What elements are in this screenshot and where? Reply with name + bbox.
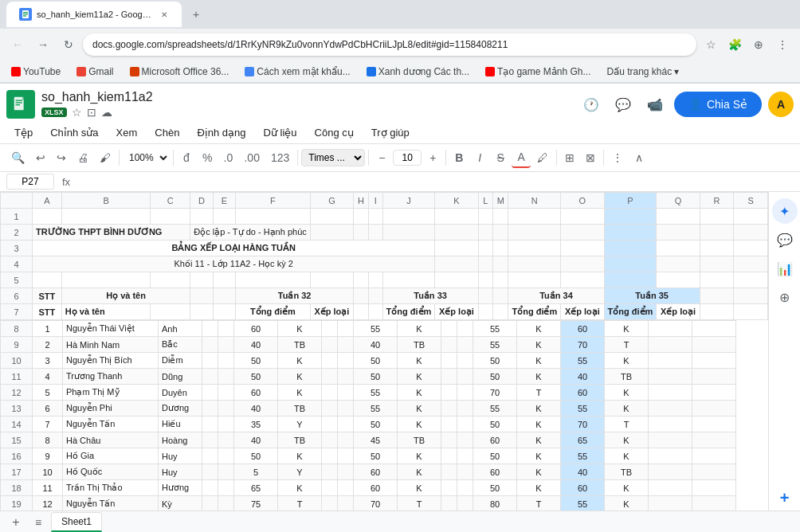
cell-s13[interactable] xyxy=(692,401,736,417)
cell-t33d-14[interactable]: 50 xyxy=(354,417,398,432)
cell-t32x-9[interactable]: TB xyxy=(278,337,322,353)
cell-ten-13[interactable]: Dương xyxy=(159,401,202,417)
avatar[interactable]: A xyxy=(768,92,794,117)
cloud-icon[interactable]: ☁ xyxy=(101,106,112,119)
cell-r16[interactable] xyxy=(649,448,692,464)
bookmark-dautrang[interactable]: Dấu trang khác ▾ xyxy=(602,65,684,79)
search-btn[interactable]: 🔍 xyxy=(6,147,29,168)
cell-t32x-17[interactable]: Y xyxy=(278,464,322,480)
sidebar-plus-btn[interactable]: + xyxy=(772,485,798,510)
cell-m5[interactable] xyxy=(493,272,508,288)
cell-r11[interactable] xyxy=(649,369,692,385)
cell-e15[interactable] xyxy=(218,432,234,448)
cell-e1[interactable] xyxy=(213,209,235,225)
history-btn[interactable]: 🕐 xyxy=(578,92,604,117)
cell-o2[interactable] xyxy=(561,225,604,241)
cell-h13[interactable] xyxy=(322,401,338,417)
cell-s16[interactable] xyxy=(692,448,736,464)
col-header-s[interactable]: S xyxy=(734,193,768,209)
format-btn[interactable]: 123 xyxy=(266,147,294,168)
menu-xem[interactable]: Xem xyxy=(108,123,146,142)
col-t34x[interactable]: Xếp loại xyxy=(561,304,604,320)
cell-n4[interactable] xyxy=(508,256,561,272)
cell-ho-10[interactable]: Nguyễn Thị Bích xyxy=(63,353,159,369)
cell-h14[interactable] xyxy=(322,417,338,432)
paintformat-btn[interactable]: 🖌 xyxy=(95,147,116,168)
cell-ten-17[interactable]: Huy xyxy=(159,464,202,480)
cell-e12[interactable] xyxy=(218,385,234,401)
cell-t32x-14[interactable]: Y xyxy=(278,417,322,432)
cell-t34d-11[interactable]: 50 xyxy=(473,369,517,385)
cell-t32x-8[interactable]: K xyxy=(278,321,322,337)
cell-l18[interactable] xyxy=(441,480,457,496)
col-header-b[interactable]: B xyxy=(61,193,151,209)
cell-t34x-16[interactable]: K xyxy=(517,448,561,464)
cell-l11[interactable] xyxy=(441,369,457,385)
cell-o1[interactable] xyxy=(561,209,604,225)
cell-t32x-19[interactable]: T xyxy=(278,496,322,511)
cell-e5[interactable] xyxy=(213,272,235,288)
cell-t34d-14[interactable]: 50 xyxy=(473,417,517,432)
url-bar[interactable] xyxy=(83,33,696,56)
cell-ho-18[interactable]: Trần Thị Thảo xyxy=(63,480,159,496)
cell-t34x-12[interactable]: T xyxy=(517,385,561,401)
sidebar-explore-btn[interactable]: ✦ xyxy=(772,198,798,224)
cell-h15[interactable] xyxy=(322,432,338,448)
cell-t33x-17[interactable]: K xyxy=(398,464,441,480)
cell-p4[interactable] xyxy=(604,256,657,272)
sidebar-filter-btn[interactable]: ⊕ xyxy=(772,284,798,310)
cell-t34d-16[interactable]: 50 xyxy=(473,448,517,464)
cell-t33d-12[interactable]: 55 xyxy=(354,385,398,401)
col-c7[interactable] xyxy=(151,304,190,320)
redo-btn[interactable]: ↪ xyxy=(52,147,71,168)
cell-t33d-18[interactable]: 60 xyxy=(354,480,398,496)
sheet-tab-1[interactable]: Sheet1 xyxy=(51,512,102,532)
cell-l5[interactable] xyxy=(478,272,492,288)
cell-e16[interactable] xyxy=(218,448,234,464)
cell-t35x-9[interactable]: T xyxy=(605,337,649,353)
cell-l15[interactable] xyxy=(441,432,457,448)
cell-ten-16[interactable]: Huy xyxy=(159,448,202,464)
cell-t32x-15[interactable]: TB xyxy=(278,432,322,448)
cell-k5[interactable] xyxy=(435,272,478,288)
cell-t33x-12[interactable]: K xyxy=(398,385,441,401)
menu-dulieu[interactable]: Dữ liệu xyxy=(256,123,305,142)
cell-d6[interactable] xyxy=(190,288,213,304)
cell-t33d-9[interactable]: 40 xyxy=(354,337,398,353)
cell-ho-19[interactable]: Nguyễn Tấn xyxy=(63,496,159,511)
cell-m4[interactable] xyxy=(493,256,508,272)
merge-btn[interactable]: ⊠ xyxy=(581,147,600,168)
cell-e6[interactable] xyxy=(213,288,235,304)
decrease-dec-btn[interactable]: .0 xyxy=(218,147,237,168)
cell-t33d-8[interactable]: 55 xyxy=(354,321,398,337)
cell-ten-15[interactable]: Hoàng xyxy=(159,432,202,448)
cell-s2[interactable] xyxy=(734,225,768,241)
cell-t34d-10[interactable]: 50 xyxy=(473,353,517,369)
cell-r10[interactable] xyxy=(649,353,692,369)
cell-s19[interactable] xyxy=(692,496,736,511)
cell-s12[interactable] xyxy=(692,385,736,401)
cell-t34x-14[interactable]: K xyxy=(517,417,561,432)
col-header-i[interactable]: I xyxy=(369,193,382,209)
cell-q3[interactable] xyxy=(657,241,700,256)
cell-t35d-16[interactable]: 55 xyxy=(561,448,605,464)
cell-l19[interactable] xyxy=(441,496,457,511)
cell-l12[interactable] xyxy=(441,385,457,401)
cell-s14[interactable] xyxy=(692,417,736,432)
cell-m10[interactable] xyxy=(457,353,473,369)
cell-s17[interactable] xyxy=(692,464,736,480)
cell-i11[interactable] xyxy=(338,369,354,385)
col-hoten[interactable]: Họ và tên xyxy=(61,304,151,320)
strikethrough-btn[interactable]: S xyxy=(491,147,510,168)
cell-m12[interactable] xyxy=(457,385,473,401)
col-t34d[interactable]: Tổng điểm xyxy=(508,304,561,320)
comment-btn[interactable]: 💬 xyxy=(610,92,636,117)
cell-t35d-19[interactable]: 55 xyxy=(561,496,605,511)
col-header-l[interactable]: L xyxy=(478,193,492,209)
col-header-m[interactable]: M xyxy=(493,193,508,209)
col-header-p[interactable]: P xyxy=(604,193,657,209)
cell-t34x-17[interactable]: K xyxy=(517,464,561,480)
cell-r2[interactable] xyxy=(700,225,734,241)
currency-btn[interactable]: đ xyxy=(177,147,196,168)
cell-s6[interactable] xyxy=(734,288,768,304)
